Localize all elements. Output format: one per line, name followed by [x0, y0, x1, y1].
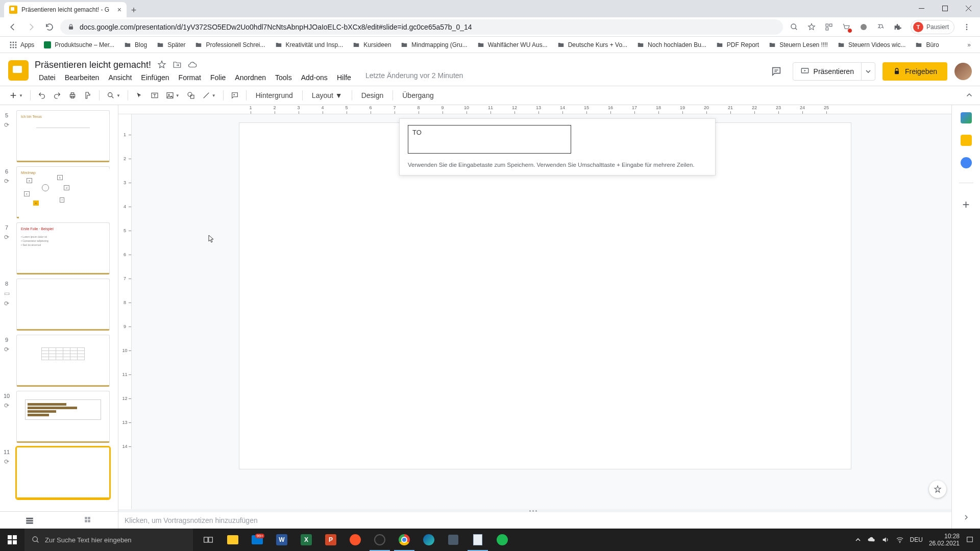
forward-button[interactable]	[23, 19, 39, 35]
qr-icon[interactable]	[824, 22, 834, 32]
bookmark-item[interactable]: Steuern Lesen !!!!	[765, 39, 831, 51]
powerpoint-icon[interactable]: P	[318, 529, 343, 551]
undo-button[interactable]	[35, 88, 49, 103]
menu-hilfe[interactable]: Hilfe	[333, 71, 355, 84]
background-button[interactable]: Hintergrund	[251, 91, 298, 99]
menu-format[interactable]: Format	[175, 71, 205, 84]
edge-icon[interactable]	[416, 529, 441, 551]
file-explorer-icon[interactable]	[220, 529, 245, 551]
app-icon[interactable]	[441, 529, 465, 551]
share-button[interactable]: Freigeben	[883, 62, 947, 81]
design-button[interactable]: Design	[356, 91, 389, 99]
move-document-icon[interactable]	[173, 60, 182, 69]
bookmark-item[interactable]: Kursideen	[349, 39, 394, 51]
close-tab-icon[interactable]: ×	[117, 6, 121, 14]
bookmark-item[interactable]: Professionell Schrei...	[191, 39, 268, 51]
translate-icon[interactable]	[876, 22, 886, 32]
slide-thumbnail[interactable]: 10⟳	[0, 389, 114, 445]
vertical-ruler[interactable]: 1234567891011121314	[118, 114, 132, 509]
canvas-viewport[interactable]: TO Verwenden Sie die Eingabetaste zum Sp…	[132, 114, 951, 509]
minimize-button[interactable]	[910, 0, 933, 16]
volume-icon[interactable]	[881, 536, 890, 544]
bookmark-item[interactable]: Mindmapping (Gru...	[397, 39, 470, 51]
chrome-icon[interactable]	[392, 529, 416, 551]
bookmark-item[interactable]: Später	[153, 39, 188, 51]
slide-thumbnail[interactable]: 5⟳ Ich bin Tevus	[0, 108, 114, 164]
notifications-icon[interactable]	[966, 536, 974, 544]
filmstrip-view-icon[interactable]	[25, 516, 34, 525]
zoom-icon[interactable]	[789, 22, 799, 32]
textbox-tool[interactable]	[148, 88, 162, 103]
present-dropdown[interactable]	[861, 63, 875, 80]
paint-format-button[interactable]	[81, 88, 95, 103]
zoom-button[interactable]: ▼	[104, 88, 124, 103]
url-field[interactable]: docs.google.com/presentation/d/1yV372SO5…	[60, 19, 783, 35]
wifi-icon[interactable]	[896, 536, 904, 544]
menu-datei[interactable]: Datei	[35, 71, 60, 84]
word-icon[interactable]: W	[270, 529, 294, 551]
comment-history-icon[interactable]	[767, 62, 786, 81]
bookmark-item[interactable]: PDF Report	[713, 39, 762, 51]
task-view-icon[interactable]	[196, 529, 220, 551]
hide-sidepanel-icon[interactable]	[962, 513, 970, 529]
shape-tool[interactable]	[184, 88, 198, 103]
apps-button[interactable]: Apps	[6, 39, 37, 51]
menu-tools[interactable]: Tools	[271, 71, 296, 84]
slide-thumbnail[interactable]: 11⟳	[0, 445, 114, 501]
profile-chip[interactable]: T Pausiert	[911, 20, 954, 34]
menu-bearbeiten[interactable]: Bearbeiten	[61, 71, 104, 84]
bookmark-item[interactable]: Büro	[912, 39, 942, 51]
excel-icon[interactable]: X	[294, 529, 318, 551]
extensions-puzzle-icon[interactable]	[893, 22, 903, 32]
keep-addon-icon[interactable]	[961, 135, 972, 146]
language-indicator[interactable]: DEU	[910, 536, 923, 543]
bookmarks-overflow-button[interactable]: »	[964, 39, 974, 51]
star-document-icon[interactable]	[157, 60, 166, 69]
slide-thumbnail[interactable]: 7⟳ Erste Folie · Beispiel• Lorem ipsum d…	[0, 220, 114, 277]
tasks-addon-icon[interactable]	[961, 157, 972, 168]
reload-button[interactable]	[42, 19, 57, 35]
menu-folie[interactable]: Folie	[206, 71, 230, 84]
start-button[interactable]	[0, 529, 24, 551]
mail-app-icon[interactable]: 99+	[245, 529, 270, 551]
collapse-toolbar-icon[interactable]	[965, 91, 974, 100]
last-edit-label[interactable]: Letzte Änderung vor 2 Minuten	[365, 71, 463, 84]
slide-thumbnail[interactable]: 6⟳ Mindmap ab cd ef	[0, 164, 114, 220]
bookmark-item[interactable]: Noch hochladen Bu...	[633, 39, 709, 51]
menu-anordnen[interactable]: Anordnen	[231, 71, 270, 84]
onedrive-icon[interactable]	[867, 536, 875, 544]
clock[interactable]: 10:2826.02.2021	[929, 533, 960, 547]
grid-view-icon[interactable]	[84, 516, 93, 525]
speaker-notes-area[interactable]: Klicken, um Vortragsnotizen hinzuzufügen	[118, 512, 951, 529]
transition-button[interactable]: Übergang	[397, 91, 439, 99]
bookmark-item[interactable]: Produktsuche – Mer...	[40, 39, 117, 51]
browser-tab[interactable]: Präsentieren leicht gemacht! - G ×	[4, 2, 127, 17]
notepad-icon[interactable]	[465, 529, 490, 551]
speaker-note-input[interactable]: TO	[408, 125, 571, 154]
extension-privacy-icon[interactable]	[859, 22, 869, 32]
bookmark-item[interactable]: Kreativität und Insp...	[272, 39, 347, 51]
slide-thumbnail[interactable]: 9⟳	[0, 333, 114, 389]
account-avatar[interactable]	[954, 63, 972, 80]
explore-button[interactable]	[929, 481, 946, 498]
maximize-button[interactable]	[933, 0, 957, 16]
slide-thumbnail[interactable]: 8▭⟳	[0, 277, 114, 333]
bookmark-item[interactable]: Wahlfächer WU Aus...	[474, 39, 551, 51]
browser-menu-icon[interactable]	[962, 22, 972, 32]
line-tool[interactable]: ▼	[199, 88, 219, 103]
brave-icon[interactable]	[343, 529, 368, 551]
horizontal-ruler[interactable]: 1234567891011121314151617181920212223242…	[118, 105, 951, 114]
bookmark-item[interactable]: Deutsche Kurs + Vo...	[554, 39, 630, 51]
star-icon[interactable]	[806, 22, 817, 32]
cloud-saved-icon[interactable]	[188, 60, 197, 69]
comment-tool[interactable]	[228, 88, 242, 103]
tray-chevron-icon[interactable]	[855, 537, 861, 543]
image-tool[interactable]: ▼	[163, 88, 183, 103]
close-window-button[interactable]	[957, 0, 980, 16]
new-slide-button[interactable]: ▼	[6, 88, 26, 103]
present-button[interactable]: Präsentieren	[793, 67, 861, 76]
menu-ansicht[interactable]: Ansicht	[104, 71, 136, 84]
new-tab-button[interactable]: +	[127, 3, 141, 17]
document-title[interactable]: Präsentieren leicht gemacht!	[35, 60, 151, 70]
bookmark-item[interactable]: Blog	[120, 39, 150, 51]
